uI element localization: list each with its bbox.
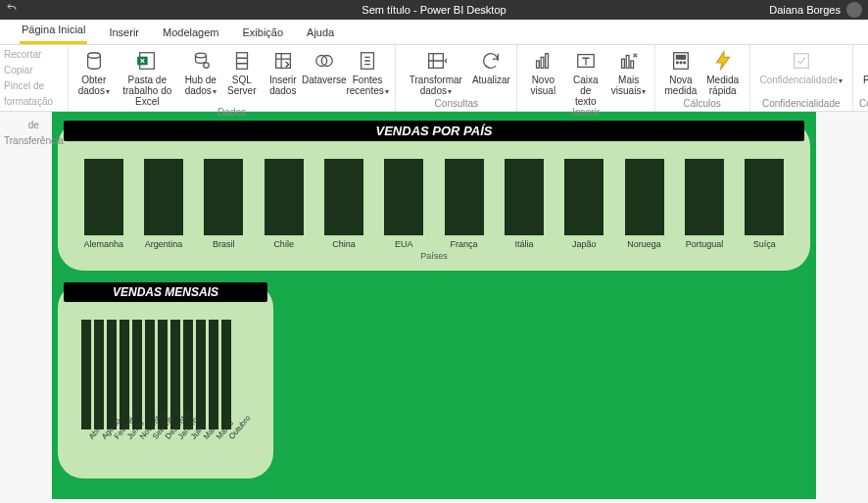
tab-modeling[interactable]: Modelagem (161, 23, 220, 44)
enter-data-button[interactable]: Inserir dados (264, 49, 303, 96)
category-label: China (318, 239, 369, 249)
bar[interactable] (221, 320, 231, 429)
category-label: França (439, 239, 490, 249)
dataverse-icon (313, 49, 335, 73)
more-visuals-button[interactable]: Mais visuais (608, 49, 649, 97)
ribbon-group-data: Obter dados Pasta de trabalho do Excel H… (69, 45, 397, 111)
chart-title-1: VENDAS POR PAÍS (64, 121, 804, 141)
avatar[interactable] (846, 2, 862, 18)
tab-insert[interactable]: Inserir (107, 23, 141, 44)
visual-sales-by-country[interactable]: VENDAS POR PAÍS AlemanhaArgentinaBrasilC… (58, 121, 810, 271)
format-painter-button[interactable]: Pincel de formatação (4, 78, 64, 110)
publish-button[interactable]: Publicar (859, 49, 868, 85)
svg-point-20 (676, 62, 678, 64)
bar[interactable] (384, 159, 423, 235)
category-label: Chile (259, 239, 310, 249)
tab-home[interactable]: Página Inicial (20, 20, 87, 44)
tab-help[interactable]: Ajuda (305, 23, 336, 44)
copy-button[interactable]: Copiar (4, 63, 64, 78)
bar[interactable] (564, 159, 603, 235)
sql-icon (231, 49, 253, 73)
bar[interactable] (120, 320, 129, 429)
bar[interactable] (505, 159, 544, 235)
chart-1-xlabels: AlemanhaArgentinaBrasilChileChinaEUAFran… (58, 239, 810, 249)
category-label: Portugual (679, 239, 730, 249)
sql-server-button[interactable]: SQL Server (222, 49, 262, 96)
category-label: Noruega (619, 239, 670, 249)
text-box-button[interactable]: Caixa de texto (564, 49, 606, 107)
recent-icon (357, 49, 378, 73)
cut-button[interactable]: Recortar (4, 47, 64, 63)
undo-icon[interactable] (6, 2, 18, 16)
ribbon-group-share: Publicar Compartilhar (853, 45, 868, 111)
bar[interactable] (145, 320, 155, 429)
hub-icon (190, 49, 212, 73)
measure-icon (670, 49, 692, 73)
enter-data-icon (272, 49, 294, 73)
ribbon-group-clipboard: Recortar Copiar Pincel de formatação de … (0, 45, 69, 111)
bar[interactable] (324, 159, 363, 235)
chart-2-xlabels: AbrilAgostoFevereiroJunhoNovembroSetembr… (79, 429, 269, 471)
svg-rect-16 (626, 56, 629, 69)
tab-view[interactable]: Exibição (240, 23, 285, 44)
bar[interactable] (445, 159, 484, 235)
database-icon (83, 49, 105, 73)
textbox-icon (575, 49, 597, 73)
ribbon-group-queries: Transformar dados Atualizar Consultas (396, 45, 517, 111)
category-label: Alemanha (78, 239, 129, 249)
bar[interactable] (196, 320, 206, 429)
chart-title-2: VENDAS MENSAIS (64, 282, 267, 302)
category-label: Suíça (739, 239, 790, 249)
svg-point-0 (87, 53, 100, 59)
ribbon-tabs: Página Inicial Inserir Modelagem Exibiçã… (0, 20, 868, 45)
bar[interactable] (107, 320, 117, 429)
sensitivity-icon (791, 49, 812, 73)
report-canvas-wrap[interactable]: VENDAS POR PAÍS AlemanhaArgentinaBrasilC… (0, 112, 868, 503)
bar[interactable] (81, 320, 91, 429)
bar[interactable] (685, 159, 724, 235)
bar[interactable] (94, 320, 104, 429)
more-visuals-icon (618, 49, 640, 73)
bar[interactable] (144, 159, 183, 235)
category-label: Japão (558, 239, 609, 249)
recent-sources-button[interactable]: Fontes recentes (346, 49, 390, 97)
svg-point-21 (680, 62, 682, 64)
refresh-icon (480, 49, 502, 73)
new-measure-button[interactable]: Nova medida (661, 49, 700, 96)
app-title: Sem título - Power BI Desktop (0, 4, 868, 16)
chart-1-xaxis-title: Países (58, 249, 810, 271)
sensitivity-button: Confidencialidade (756, 49, 847, 86)
group-label-sensitivity: Confidencialidade (756, 98, 847, 111)
svg-rect-13 (546, 54, 549, 69)
bar[interactable] (204, 159, 243, 235)
bar[interactable] (209, 320, 218, 429)
visual-monthly-sales[interactable]: VENDAS MENSAIS AbrilAgostoFevereiroJunho… (58, 282, 273, 478)
transform-icon (425, 49, 447, 73)
report-canvas[interactable]: VENDAS POR PAÍS AlemanhaArgentinaBrasilC… (52, 112, 816, 499)
group-label-data: Dados (74, 107, 390, 120)
svg-rect-5 (236, 53, 247, 70)
bar[interactable] (84, 159, 123, 235)
bar[interactable] (625, 159, 664, 235)
get-data-button[interactable]: Obter dados (74, 49, 114, 97)
quick-measure-button[interactable]: Medida rápida (702, 49, 744, 96)
bar[interactable] (745, 159, 784, 235)
titlebar: Sem título - Power BI Desktop Daiana Bor… (0, 0, 868, 20)
user-name[interactable]: Daiana Borges (769, 4, 841, 16)
category-label: Argentina (138, 239, 189, 249)
svg-rect-12 (541, 57, 544, 68)
excel-button[interactable]: Pasta de trabalho do Excel (116, 49, 179, 107)
group-label-queries: Consultas (402, 98, 510, 111)
chart-1-bars (58, 141, 810, 239)
new-visual-button[interactable]: Novo visual (523, 49, 562, 96)
transform-data-button[interactable]: Transformar dados (402, 49, 469, 97)
group-label-insert: Inserir (523, 107, 649, 120)
dataverse-button[interactable]: Dataverse (305, 49, 344, 85)
category-label: Itália (499, 239, 550, 249)
ribbon: Recortar Copiar Pincel de formatação de … (0, 45, 868, 112)
svg-rect-11 (537, 61, 540, 68)
excel-icon (136, 49, 158, 73)
bar[interactable] (265, 159, 304, 235)
refresh-button[interactable]: Atualizar (471, 49, 510, 85)
data-hub-button[interactable]: Hub de dados (181, 49, 220, 97)
